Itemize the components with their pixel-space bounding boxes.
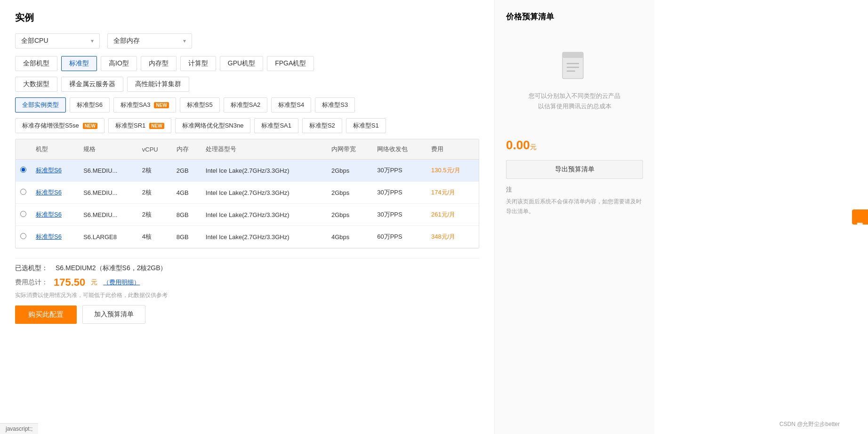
- row-vcpu-0: 2核: [137, 160, 172, 182]
- col-vcpu: vCPU: [137, 139, 172, 160]
- instance-sr1[interactable]: 标准型SR1NEW: [108, 118, 171, 133]
- instance-s3[interactable]: 标准型S3: [315, 97, 355, 113]
- instance-table: 机型 规格 vCPU 内存 处理器型号 内网带宽 网络收发包 费用: [15, 139, 479, 249]
- row-radio-2[interactable]: [16, 204, 31, 226]
- table-row[interactable]: 标准型S6 S6.MEDIU... 2核 4GB Intel Ice Lake(…: [16, 182, 479, 204]
- row-price-1: 174元/月: [426, 182, 479, 204]
- machine-type-memory[interactable]: 内存型: [141, 56, 177, 71]
- instance-s6[interactable]: 标准型S6: [70, 97, 110, 113]
- row-processor-0: Intel Ice Lake(2.7GHz/3.3GHz): [201, 160, 327, 182]
- cost-label: 费用总计：: [15, 278, 48, 287]
- row-price-0: 130.5元/月: [426, 160, 479, 182]
- row-processor-2: Intel Ice Lake(2.7GHz/3.3GHz): [201, 204, 327, 226]
- empty-text: 您可以分别加入不同类型的云产品以估算使用腾讯云的总成本: [529, 91, 620, 112]
- add-to-budget-button[interactable]: 加入预算清单: [82, 305, 145, 324]
- col-pps: 网络收发包: [372, 139, 426, 160]
- float-contact[interactable]: 联系销售: [852, 209, 868, 225]
- col-model: 机型: [31, 139, 79, 160]
- filter-row: 全部CPU ▾ 全部内存 ▾: [15, 33, 479, 48]
- row-spec-1: S6.MEDIU...: [79, 182, 137, 204]
- status-bar: javascript:;: [0, 423, 38, 434]
- instance-s5[interactable]: 标准型S5: [180, 97, 220, 113]
- page-title: 实例: [15, 11, 479, 24]
- instance-sa3[interactable]: 标准型SA3NEW: [113, 97, 176, 113]
- machine-type-row: 全部机型 标准型 高IO型 内存型 计算型 GPU机型 FPGA机型: [15, 56, 479, 71]
- cost-value: 175.50: [54, 276, 85, 289]
- table-row[interactable]: 标准型S6 S6.MEDIU... 2核 8GB Intel Ice Lake(…: [16, 204, 479, 226]
- row-bandwidth-1: 2Gbps: [327, 182, 372, 204]
- cost-detail-link[interactable]: （费用明细）: [103, 278, 140, 287]
- row-vcpu-3: 4核: [137, 226, 172, 248]
- machine-type-highio[interactable]: 高IO型: [101, 56, 137, 71]
- row-memory-0: 2GB: [172, 160, 201, 182]
- row-spec-2: S6.MEDIU...: [79, 204, 137, 226]
- row-bandwidth-0: 2Gbps: [327, 160, 372, 182]
- row-memory-2: 8GB: [172, 204, 201, 226]
- row-processor-3: Intel Ice Lake(2.7GHz/3.3GHz): [201, 226, 327, 248]
- row-radio-0[interactable]: [16, 160, 31, 182]
- row-memory-3: 8GB: [172, 226, 201, 248]
- row-vcpu-1: 2核: [137, 182, 172, 204]
- row-model-2: 标准型S6: [31, 204, 79, 226]
- row-memory-1: 4GB: [172, 182, 201, 204]
- machine-type-bigdata[interactable]: 大数据型: [15, 77, 57, 92]
- row-price-2: 261元/月: [426, 204, 479, 226]
- table-row[interactable]: 标准型S6 S6.LARGE8 4核 8GB Intel Ice Lake(2.…: [16, 226, 479, 248]
- machine-type-standard[interactable]: 标准型: [61, 56, 97, 71]
- machine-type-gpu[interactable]: GPU机型: [220, 56, 263, 71]
- cost-note: 实际消费以使用情况为准，可能低于此价格，此数据仅供参考: [15, 291, 479, 299]
- instance-all[interactable]: 全部实例类型: [15, 97, 66, 113]
- machine-type-compute[interactable]: 计算型: [180, 56, 216, 71]
- instance-s4[interactable]: 标准型S4: [271, 97, 311, 113]
- row-model-3: 标准型S6: [31, 226, 79, 248]
- note-label: 注: [506, 185, 643, 195]
- selected-model-row: 已选机型： S6.MEDIUM2（标准型S6，2核2GB）: [15, 264, 479, 273]
- new-badge-s5se: NEW: [83, 123, 97, 129]
- selected-model-label: 已选机型：: [15, 264, 48, 273]
- total-price: 0.00元: [506, 138, 643, 153]
- table-row[interactable]: 标准型S6 S6.MEDIU... 2核 2GB Intel Ice Lake(…: [16, 160, 479, 182]
- row-bandwidth-2: 2Gbps: [327, 204, 372, 226]
- cpu-dropdown-arrow: ▾: [91, 38, 94, 44]
- row-pps-3: 60万PPS: [372, 226, 426, 248]
- empty-budget: 您可以分别加入不同类型的云产品以估算使用腾讯云的总成本: [506, 32, 643, 130]
- buy-button[interactable]: 购买此配置: [15, 305, 77, 324]
- machine-type-all[interactable]: 全部机型: [15, 56, 57, 71]
- instance-sa2[interactable]: 标准型SA2: [224, 97, 268, 113]
- col-spec: 规格: [79, 139, 137, 160]
- memory-filter[interactable]: 全部内存 ▾: [107, 33, 192, 48]
- col-processor: 处理器型号: [201, 139, 327, 160]
- selected-model-value: S6.MEDIUM2（标准型S6，2核2GB）: [56, 264, 167, 273]
- row-vcpu-2: 2核: [137, 204, 172, 226]
- new-badge-sr1: NEW: [149, 123, 164, 129]
- col-radio: [16, 139, 31, 160]
- row-model-1: 标准型S6: [31, 182, 79, 204]
- cpu-filter[interactable]: 全部CPU ▾: [15, 33, 100, 48]
- row-model-0: 标准型S6: [31, 160, 79, 182]
- instance-s1[interactable]: 标准型S1: [346, 118, 386, 133]
- note-section: 注 关闭该页面后系统不会保存清单内容，如您需要请及时导出清单。: [506, 185, 643, 216]
- machine-type-fpga[interactable]: FPGA机型: [267, 56, 314, 71]
- budget-title: 价格预算清单: [506, 11, 643, 22]
- instance-sa1[interactable]: 标准型SA1: [254, 118, 298, 133]
- instance-s2[interactable]: 标准型S2: [302, 118, 342, 133]
- row-radio-1[interactable]: [16, 182, 31, 204]
- machine-type-hpc[interactable]: 高性能计算集群: [127, 77, 189, 92]
- instance-s5se[interactable]: 标准存储增强型S5seNEW: [15, 118, 104, 133]
- row-price-3: 348元/月: [426, 226, 479, 248]
- export-button[interactable]: 导出预算清单: [506, 160, 643, 179]
- document-icon: [561, 50, 589, 83]
- row-spec-0: S6.MEDIU...: [79, 160, 137, 182]
- instance-type-row2: 标准存储增强型S5seNEW 标准型SR1NEW 标准网络优化型SN3ne 标准…: [15, 118, 479, 133]
- instance-sn3ne[interactable]: 标准网络优化型SN3ne: [175, 118, 251, 133]
- row-radio-3[interactable]: [16, 226, 31, 248]
- bottom-bar: 已选机型： S6.MEDIUM2（标准型S6，2核2GB） 费用总计： 175.…: [15, 258, 479, 330]
- svg-rect-1: [563, 52, 583, 58]
- row-spec-3: S6.LARGE8: [79, 226, 137, 248]
- machine-type-baremetal[interactable]: 裸金属云服务器: [61, 77, 123, 92]
- action-buttons: 购买此配置 加入预算清单: [15, 305, 479, 324]
- col-price: 费用: [426, 139, 479, 160]
- cost-unit: 元: [91, 278, 97, 287]
- right-panel: 价格预算清单 您可以分别加入不同类型的云产品以估算使用腾讯云的总成本 0.00元…: [494, 0, 654, 434]
- memory-dropdown-arrow: ▾: [183, 38, 186, 44]
